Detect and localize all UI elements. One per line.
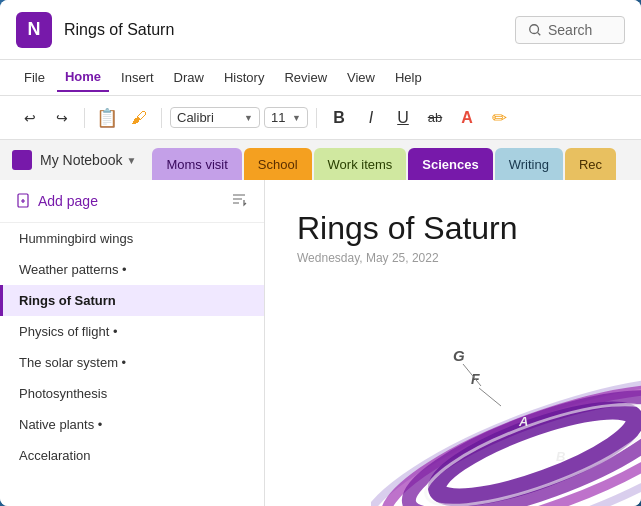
page-item-native-plants-label: Native plants • [19,417,102,432]
tab-sciences-label: Sciences [422,157,478,172]
page-item-weather-patterns[interactable]: Weather patterns • [0,254,264,285]
page-item-accelaration-label: Accelaration [19,448,91,463]
tab-work-items[interactable]: Work items [314,148,407,180]
notebook-icon [12,150,32,170]
page-item-solar-system-label: The solar system • [19,355,126,370]
svg-text:G: G [453,347,465,364]
sidebar-header: Add page [0,180,264,223]
toolbar-divider-3 [316,108,317,128]
undo-button[interactable]: ↩ [16,104,44,132]
tab-writing-label: Writing [509,157,549,172]
page-item-photosynthesis-label: Photosynthesis [19,386,107,401]
bold-button[interactable]: B [325,104,353,132]
note-date: Wednesday, May 25, 2022 [297,251,609,265]
toolbar-divider-1 [84,108,85,128]
toolbar-divider-2 [161,108,162,128]
add-page-button[interactable]: Add page [16,193,98,209]
search-icon [528,23,542,37]
font-size-chevron-icon: ▼ [292,113,301,123]
onenote-logo: N [16,12,52,48]
page-item-photosynthesis[interactable]: Photosynthesis [0,378,264,409]
tab-rec-label: Rec [579,157,602,172]
notebook-chevron-icon: ▼ [126,155,136,166]
search-box[interactable]: Search [515,16,625,44]
app-window: N Rings of Saturn Search File Home Inser… [0,0,641,506]
font-size-value: 11 [271,110,285,125]
notebook-tabs-row: My Notebook ▼ Moms visit School Work ite… [0,140,641,180]
highlight-button[interactable]: ✏ [485,104,513,132]
menu-help[interactable]: Help [387,64,430,91]
page-item-accelaration[interactable]: Accelaration [0,440,264,471]
sidebar: Add page Hummingbird wings Weather pat [0,180,265,506]
sort-icon [230,190,248,208]
page-item-physics-of-flight-label: Physics of flight • [19,324,117,339]
page-item-physics-of-flight[interactable]: Physics of flight • [0,316,264,347]
menu-history[interactable]: History [216,64,272,91]
add-page-icon [16,193,32,209]
menu-insert[interactable]: Insert [113,64,162,91]
content-area[interactable]: Rings of Saturn Wednesday, May 25, 2022 … [265,180,641,506]
note-title: Rings of Saturn [297,210,609,247]
sort-button[interactable] [230,190,248,212]
tab-moms-visit[interactable]: Moms visit [152,148,241,180]
tab-moms-visit-label: Moms visit [166,157,227,172]
tab-work-items-label: Work items [328,157,393,172]
font-color-button[interactable]: A [453,104,481,132]
page-item-solar-system[interactable]: The solar system • [0,347,264,378]
svg-line-1 [538,32,541,35]
svg-point-0 [530,24,539,33]
svg-line-18 [479,388,501,406]
font-size-selector[interactable]: 11 ▼ [264,107,308,128]
menu-draw[interactable]: Draw [166,64,212,91]
menu-bar: File Home Insert Draw History Review Vie… [0,60,641,96]
page-item-weather-patterns-label: Weather patterns • [19,262,127,277]
page-item-rings-of-saturn[interactable]: Rings of Saturn [0,285,264,316]
window-title: Rings of Saturn [64,21,515,39]
toolbar: ↩ ↪ 📋 🖌 Calibri ▼ 11 ▼ B I U ab A ✏ [0,96,641,140]
menu-review[interactable]: Review [276,64,335,91]
tab-writing[interactable]: Writing [495,148,563,180]
underline-button[interactable]: U [389,104,417,132]
title-bar: N Rings of Saturn Search [0,0,641,60]
notebook-selector[interactable]: My Notebook ▼ [0,144,148,176]
tabs-container: Moms visit School Work items Sciences Wr… [148,140,641,180]
svg-text:A: A [518,414,528,429]
search-label: Search [548,22,592,38]
italic-button[interactable]: I [357,104,385,132]
paste-button[interactable]: 📋 [93,104,121,132]
svg-text:B: B [556,449,565,464]
font-selector[interactable]: Calibri ▼ [170,107,260,128]
menu-file[interactable]: File [16,64,53,91]
page-item-native-plants[interactable]: Native plants • [0,409,264,440]
tab-sciences[interactable]: Sciences [408,148,492,180]
strikethrough-button[interactable]: ab [421,104,449,132]
format-painter-button[interactable]: 🖌 [125,104,153,132]
main-area: Add page Hummingbird wings Weather pat [0,180,641,506]
saturn-rings-illustration: G F A B [371,306,641,506]
page-item-rings-of-saturn-label: Rings of Saturn [19,293,116,308]
menu-view[interactable]: View [339,64,383,91]
tab-school[interactable]: School [244,148,312,180]
tab-rec[interactable]: Rec [565,148,616,180]
font-chevron-icon: ▼ [244,113,253,123]
page-item-hummingbird-wings-label: Hummingbird wings [19,231,133,246]
page-item-hummingbird-wings[interactable]: Hummingbird wings [0,223,264,254]
add-page-label: Add page [38,193,98,209]
font-name: Calibri [177,110,214,125]
tab-school-label: School [258,157,298,172]
notebook-name: My Notebook [40,152,122,168]
menu-home[interactable]: Home [57,63,109,92]
redo-button[interactable]: ↪ [48,104,76,132]
sidebar-pages: Hummingbird wings Weather patterns • Rin… [0,223,264,506]
